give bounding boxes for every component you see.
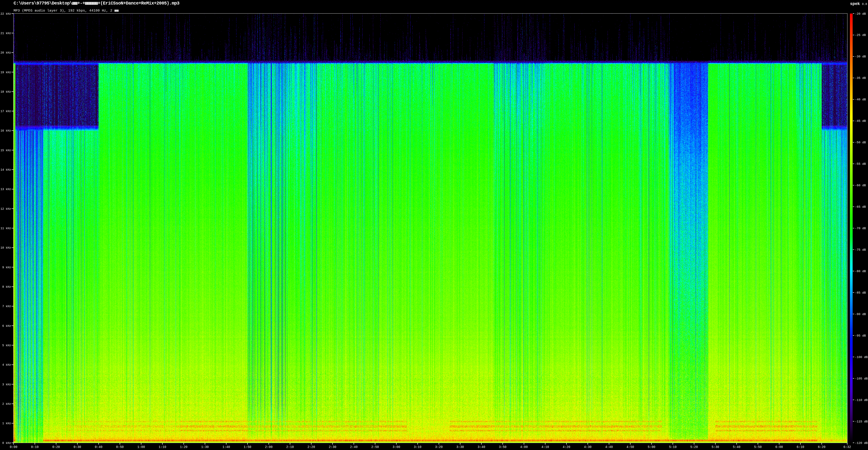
svg-text:12 kHz: 12 kHz [0, 207, 11, 211]
svg-text:1 kHz: 1 kHz [2, 422, 11, 425]
svg-text:5:00: 5:00 [648, 445, 655, 449]
svg-text:-25 dB: -25 dB [855, 33, 866, 37]
svg-text:2:50: 2:50 [371, 445, 379, 449]
svg-text:3:50: 3:50 [499, 445, 506, 449]
svg-text:-105 dB: -105 dB [855, 377, 868, 380]
svg-text:21 kHz: 21 kHz [0, 32, 11, 35]
svg-text:-90 dB: -90 dB [855, 313, 866, 316]
svg-text:6:20: 6:20 [818, 445, 826, 449]
svg-text:5:20: 5:20 [690, 445, 698, 449]
svg-text:spek: spek [850, 2, 860, 6]
svg-text:0:30: 0:30 [73, 445, 81, 449]
svg-text:1:00: 1:00 [137, 445, 145, 449]
svg-text:-35 dB: -35 dB [855, 76, 866, 80]
svg-text:-85 dB: -85 dB [855, 291, 866, 294]
svg-text:0.8: 0.8 [862, 3, 867, 6]
svg-text:1:10: 1:10 [159, 445, 166, 449]
svg-text:0:50: 0:50 [116, 445, 124, 449]
svg-text:6:00: 6:00 [775, 445, 783, 449]
svg-text:-60 dB: -60 dB [855, 184, 866, 187]
svg-text:6:32: 6:32 [843, 445, 851, 449]
svg-text:-20 dB: -20 dB [855, 12, 866, 15]
svg-text:4:30: 4:30 [584, 445, 592, 449]
svg-text:2:40: 2:40 [350, 445, 358, 449]
svg-text:6 kHz: 6 kHz [2, 324, 11, 328]
svg-text:17 kHz: 17 kHz [0, 109, 11, 113]
svg-text:5:40: 5:40 [733, 445, 741, 449]
svg-text:4 kHz: 4 kHz [2, 363, 11, 366]
svg-text:4:50: 4:50 [627, 445, 634, 449]
svg-text:1:50: 1:50 [244, 445, 251, 449]
svg-text:-110 dB: -110 dB [855, 398, 868, 402]
svg-text:-65 dB: -65 dB [855, 205, 866, 208]
svg-text:5:50: 5:50 [754, 445, 762, 449]
svg-text:18 kHz: 18 kHz [0, 90, 11, 94]
svg-text:14 kHz: 14 kHz [0, 168, 11, 171]
svg-text:11 kHz: 11 kHz [0, 227, 11, 230]
svg-text:13 kHz: 13 kHz [0, 188, 11, 191]
svg-text:-50 dB: -50 dB [855, 141, 866, 144]
svg-text:15 kHz: 15 kHz [0, 149, 11, 152]
svg-text:-70 dB: -70 dB [855, 227, 866, 230]
svg-text:3 kHz: 3 kHz [2, 383, 11, 386]
svg-text:16 kHz: 16 kHz [0, 129, 11, 132]
svg-text:5:10: 5:10 [669, 445, 677, 449]
svg-text:2 kHz: 2 kHz [2, 402, 11, 406]
svg-text:C:\Users\97795\Desktop\▩▩+-+▩▩: C:\Users\97795\Desktop\▩▩+-+▩▩▩▩▩+(EriCS… [13, 1, 180, 6]
svg-text:0:20: 0:20 [52, 445, 60, 449]
svg-text:3:30: 3:30 [456, 445, 464, 449]
svg-text:22 kHz: 22 kHz [0, 12, 11, 15]
svg-text:8 kHz: 8 kHz [2, 285, 11, 289]
svg-text:3:40: 3:40 [477, 445, 485, 449]
svg-text:3:10: 3:10 [414, 445, 422, 449]
svg-text:1:20: 1:20 [180, 445, 188, 449]
svg-text:4:20: 4:20 [563, 445, 570, 449]
svg-text:2:30: 2:30 [329, 445, 336, 449]
svg-text:-45 dB: -45 dB [855, 119, 866, 123]
svg-text:0:40: 0:40 [95, 445, 102, 449]
svg-text:-80 dB: -80 dB [855, 270, 866, 273]
svg-text:2:00: 2:00 [265, 445, 273, 449]
svg-text:2:10: 2:10 [286, 445, 294, 449]
svg-text:1:30: 1:30 [201, 445, 209, 449]
svg-text:2:20: 2:20 [307, 445, 315, 449]
svg-text:5 kHz: 5 kHz [2, 344, 11, 347]
svg-text:19 kHz: 19 kHz [0, 71, 11, 74]
svg-text:-55 dB: -55 dB [855, 162, 866, 166]
svg-text:0 kHz: 0 kHz [2, 442, 11, 445]
svg-text:10 kHz: 10 kHz [0, 246, 11, 250]
svg-text:4:10: 4:10 [541, 445, 549, 449]
svg-text:0:10: 0:10 [31, 445, 39, 449]
svg-text:4:00: 4:00 [520, 445, 528, 449]
svg-text:20 kHz: 20 kHz [0, 51, 11, 55]
svg-text:5:30: 5:30 [712, 445, 719, 449]
svg-text:-100 dB: -100 dB [855, 356, 868, 359]
svg-text:3:20: 3:20 [435, 445, 443, 449]
svg-text:-120 dB: -120 dB [855, 442, 868, 445]
svg-text:3:00: 3:00 [393, 445, 400, 449]
svg-text:7 kHz: 7 kHz [2, 305, 11, 308]
svg-text:-115 dB: -115 dB [855, 420, 868, 423]
svg-text:-95 dB: -95 dB [855, 334, 866, 338]
svg-text:9 kHz: 9 kHz [2, 266, 11, 269]
svg-text:-30 dB: -30 dB [855, 55, 866, 58]
svg-text:MP3 (MPEG audio layer 3), 192: MP3 (MPEG audio layer 3), 192 kbps, 4410… [13, 9, 119, 13]
svg-text:-75 dB: -75 dB [855, 248, 866, 252]
svg-text:6:10: 6:10 [797, 445, 804, 449]
svg-text:0:00: 0:00 [10, 445, 18, 449]
svg-text:-40 dB: -40 dB [855, 98, 866, 101]
svg-text:4:40: 4:40 [605, 445, 613, 449]
svg-text:1:40: 1:40 [222, 445, 230, 449]
